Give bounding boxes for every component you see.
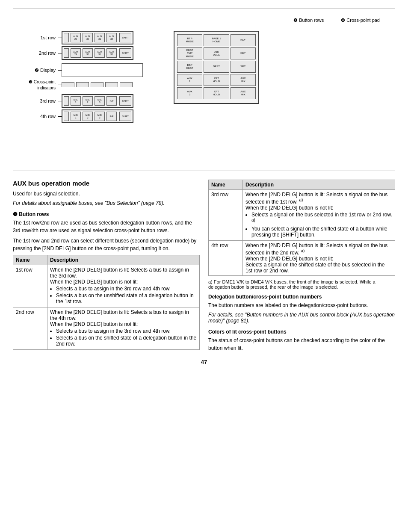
- cp-dest[interactable]: DEST: [204, 61, 229, 73]
- row1-btn2[interactable]: AUX30: [83, 33, 93, 42]
- content-right: Name Description 3rd row When the [2ND D…: [208, 180, 395, 355]
- content-section: AUX bus operation mode Used for bus sign…: [13, 180, 395, 355]
- row3-btn3[interactable]: M/E3: [95, 96, 105, 106]
- cp-xpt-hold2[interactable]: XPTHOLD: [204, 87, 229, 99]
- row3-btn2[interactable]: M/E2: [83, 96, 93, 106]
- cp-key2[interactable]: KEY: [231, 47, 256, 59]
- table-cell-name-4th: 4th row: [209, 241, 243, 276]
- row1-btn4[interactable]: AUX32: [106, 33, 117, 42]
- table-cell-name-1st: 1st row: [13, 265, 47, 307]
- row4-btn4[interactable]: P/P: [106, 112, 117, 121]
- row4-btn1[interactable]: M/E1: [71, 112, 81, 121]
- table-cell-desc-1st: When the [2ND DELG] button is lit: Selec…: [47, 265, 200, 307]
- cp-aux1[interactable]: AUX1: [177, 74, 202, 86]
- display-area: [62, 63, 143, 77]
- aux-bus-title: AUX bus operation mode: [13, 180, 200, 188]
- table-cell-name-3rd: 3rd row: [209, 190, 243, 241]
- delegation-heading: Delegation button/cross-point button num…: [208, 294, 395, 300]
- row4-btn2[interactable]: M/E2: [83, 112, 93, 121]
- table-header-name: Name: [13, 255, 47, 265]
- delegation-text: The button numbers are labeled on the de…: [208, 301, 395, 309]
- row2-btn4[interactable]: AUX32: [106, 48, 117, 58]
- cp-2nd-delg[interactable]: 2NDDELG: [204, 47, 229, 59]
- left-table: Name Description 1st row When the [2ND D…: [13, 255, 200, 350]
- colors-heading: Colors of lit cross-point buttons: [208, 329, 395, 335]
- indicators-row: [62, 82, 133, 87]
- cp-page1-home[interactable]: PAGE 1HOME: [204, 34, 229, 46]
- indicator3: [91, 82, 103, 87]
- row2-btn2[interactable]: AUX30: [83, 48, 93, 58]
- indicator2: [76, 82, 89, 87]
- aux-bus-italic: For details about assignable buses, see …: [13, 200, 200, 206]
- cp-src[interactable]: SRC: [231, 61, 256, 73]
- indicator1: [62, 82, 74, 87]
- table-cell-name-2nd: 2nd row: [13, 307, 47, 350]
- diagram-box: ❶ Button rows ❹ Cross-point pad 1st row …: [13, 9, 395, 171]
- cp-aux-mix2[interactable]: AUXMIX: [231, 87, 256, 99]
- row1-btn3[interactable]: AUX31: [95, 33, 105, 42]
- aux-bus-intro: Used for bus signal selection.: [13, 191, 200, 197]
- row3-btn1[interactable]: M/E1: [71, 96, 81, 106]
- button-rows-heading: ❶ Button rows: [13, 211, 200, 217]
- cp-dbp-dest[interactable]: DBPDEST: [177, 61, 202, 73]
- label-2nd-row: 2nd row: [39, 50, 56, 56]
- button-rows-text2: The 1st row and 2nd row can select diffe…: [13, 237, 200, 252]
- row4-connector: [64, 112, 69, 121]
- row4-shift[interactable]: SHIFT: [119, 112, 131, 121]
- row3-connector: [64, 96, 69, 106]
- cp-aux-mix1[interactable]: AUXMIX: [231, 74, 256, 86]
- table-cell-desc-2nd: When the [2ND DELG] button is lit: Selec…: [47, 307, 200, 350]
- footnote: a) For DME1 V/K to DME4 V/K buses, the f…: [208, 279, 395, 290]
- row4-btn3[interactable]: M/E3: [95, 112, 105, 121]
- button-rows-heading-text: ❶ Button rows: [13, 211, 49, 217]
- indicator5: [120, 82, 133, 87]
- row1-btn1[interactable]: AUX29: [71, 33, 81, 42]
- page: ❶ Button rows ❹ Cross-point pad 1st row …: [0, 0, 408, 374]
- label-1st-row: 1st row: [41, 35, 56, 40]
- label-display: ❷ Display: [35, 68, 56, 73]
- label-button-rows: ❶ Button rows: [293, 18, 324, 23]
- table-row: 1st row When the [2ND DELG] button is li…: [13, 265, 200, 307]
- cp-rtr-mode[interactable]: RTRMODE: [177, 34, 202, 46]
- row1-connector: [64, 33, 69, 42]
- indicator4: [105, 82, 118, 87]
- delegation-italic: For details, see "Button numbers in the …: [208, 312, 395, 324]
- right-table: Name Description 3rd row When the [2ND D…: [208, 180, 395, 276]
- label-4th-row: 4th row: [40, 114, 56, 119]
- colors-text: The status of cross-point buttons can be…: [208, 337, 395, 352]
- row3-btn4[interactable]: P/P: [106, 96, 117, 106]
- cp-key1[interactable]: KEY: [231, 34, 256, 46]
- row2-btn1[interactable]: AUX29: [71, 48, 81, 58]
- table-cell-desc-4th: When the [2ND DELG] button is lit: Selec…: [243, 241, 395, 276]
- table-row: 4th row When the [2ND DELG] button is li…: [209, 241, 395, 276]
- row2-shift[interactable]: SHIFT: [119, 48, 131, 58]
- right-table-header-desc: Description: [243, 180, 395, 190]
- content-left: AUX bus operation mode Used for bus sign…: [13, 180, 200, 355]
- row1-shift[interactable]: SHIFT: [119, 33, 131, 42]
- right-table-header-name: Name: [209, 180, 243, 190]
- cp-xpt-hold1[interactable]: XPTHOLD: [204, 74, 229, 86]
- label-3rd-row: 3rd row: [40, 98, 56, 103]
- button-rows-text1: The 1st row/2nd row are used as bus sele…: [13, 219, 200, 234]
- label-cp-indicators: ❸ Cross-point indicators: [29, 80, 56, 90]
- table-row: 2nd row When the [2ND DELG] button is li…: [13, 307, 200, 350]
- row2-btn3[interactable]: AUX31: [95, 48, 105, 58]
- cp-aux2[interactable]: AUX2: [177, 87, 202, 99]
- table-header-desc: Description: [47, 255, 200, 265]
- table-row: 3rd row When the [2ND DELG] button is li…: [209, 190, 395, 241]
- label-crosspoint-pad: ❹ Cross-point pad: [341, 18, 380, 23]
- crosspoint-pad: RTRMODE PAGE 1HOME KEY DESTTMPMODE 2NDDE…: [174, 31, 259, 125]
- table-cell-desc-3rd: When the [2ND DELG] button is lit: Selec…: [243, 190, 395, 241]
- cp-dest-tmp[interactable]: DESTTMPMODE: [177, 47, 202, 59]
- row3-shift[interactable]: SHIFT: [119, 96, 131, 106]
- page-number: 47: [13, 359, 395, 365]
- row2-connector: [64, 48, 69, 58]
